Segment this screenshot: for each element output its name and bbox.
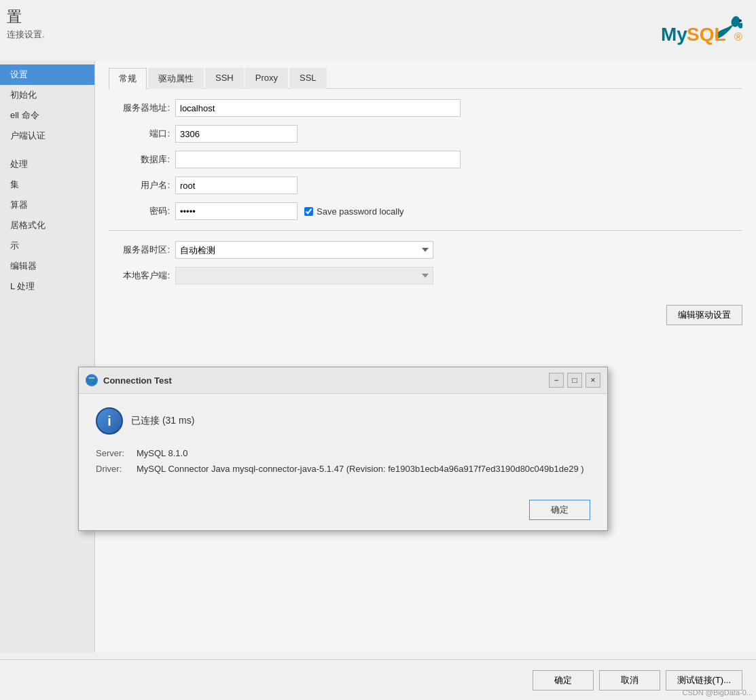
- dialog-footer: 确定: [79, 493, 607, 530]
- driver-detail-label: Driver:: [96, 464, 137, 474]
- dialog-body: i 已连接 (31 ms) Server: MySQL 8.1.0 Driver…: [79, 394, 607, 493]
- dialog-titlebar: Connection Test − □ ×: [79, 367, 607, 394]
- info-icon: i: [96, 407, 123, 435]
- connection-test-dialog: Connection Test − □ × i 已连接 (31 ms) Serv…: [78, 367, 608, 531]
- dialog-title-text: Connection Test: [103, 375, 172, 386]
- main-window: 置 连接设置. My SQL ® 设置 初始化: [0, 0, 756, 700]
- dialog-minimize-button[interactable]: −: [549, 373, 564, 388]
- driver-detail-value: MySQL Connector Java mysql-connector-jav…: [137, 464, 584, 474]
- server-detail-row: Server: MySQL 8.1.0: [96, 448, 590, 458]
- connection-status: i 已连接 (31 ms): [96, 407, 590, 435]
- dialog-ok-button[interactable]: 确定: [529, 500, 590, 520]
- db-icon: [88, 376, 96, 384]
- server-detail-value: MySQL 8.1.0: [137, 448, 187, 458]
- dialog-maximize-button[interactable]: □: [567, 373, 582, 388]
- dialog-overlay: Connection Test − □ × i 已连接 (31 ms) Serv…: [0, 0, 756, 700]
- server-detail-label: Server:: [96, 448, 137, 458]
- dialog-title-icon: [86, 374, 98, 386]
- dialog-title-left: Connection Test: [86, 374, 172, 386]
- dialog-controls: − □ ×: [549, 373, 600, 388]
- driver-detail-row: Driver: MySQL Connector Java mysql-conne…: [96, 464, 590, 474]
- dialog-close-button[interactable]: ×: [586, 373, 600, 388]
- status-text: 已连接 (31 ms): [131, 415, 194, 427]
